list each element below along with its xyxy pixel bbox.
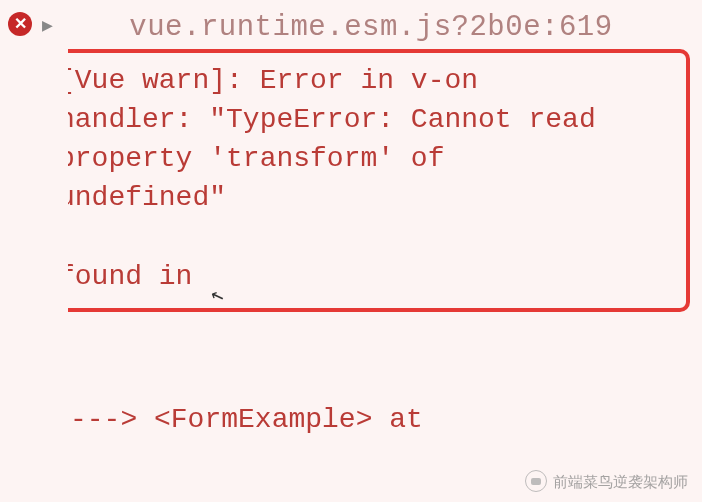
trace-line: ---> <FormExample> at <box>70 400 694 439</box>
warn-line-1: [Vue warn]: Error in v-on <box>68 61 672 100</box>
warn-line-2: handler: "TypeError: Cannot read <box>68 100 672 139</box>
blank-line <box>68 217 672 256</box>
source-file-link[interactable]: vue.runtime.esm.js?2b0e:619 <box>68 8 694 49</box>
expand-arrow-col: ▶ <box>42 8 68 39</box>
expand-arrow-icon[interactable]: ▶ <box>42 14 68 39</box>
watermark: 前端菜鸟逆袭架构师 <box>525 470 688 492</box>
error-highlight-box: [Vue warn]: Error in v-on handler: "Type… <box>68 49 690 312</box>
watermark-text: 前端菜鸟逆袭架构师 <box>553 471 688 492</box>
error-icon: ✕ <box>8 12 32 36</box>
warn-line-4: undefined" <box>68 178 672 217</box>
console-error-entry: ✕ ▶ vue.runtime.esm.js?2b0e:619 [Vue war… <box>8 8 694 502</box>
console-content: vue.runtime.esm.js?2b0e:619 [Vue warn]: … <box>68 8 694 502</box>
error-icon-col: ✕ <box>8 8 42 36</box>
wechat-icon <box>525 470 547 492</box>
warn-line-3: property 'transform' of <box>68 139 672 178</box>
found-in-label: found in <box>68 257 672 296</box>
